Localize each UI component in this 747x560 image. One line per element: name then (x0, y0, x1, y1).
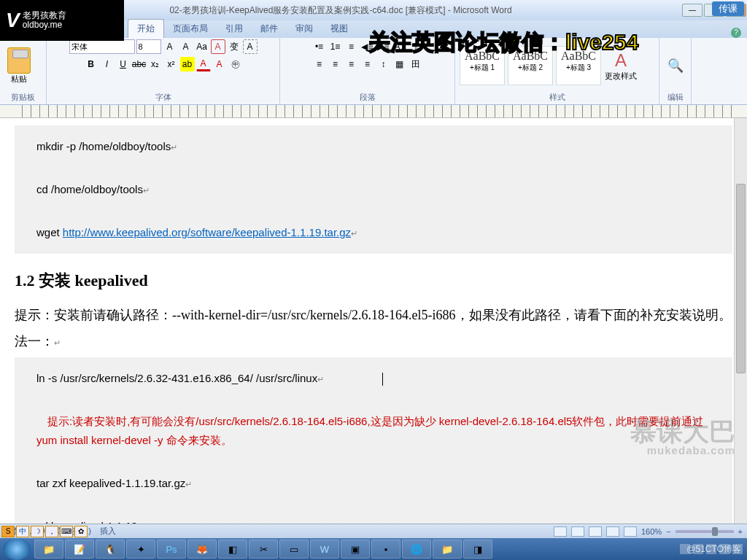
view-draft[interactable] (624, 526, 637, 537)
align-left-button[interactable]: ≡ (312, 57, 327, 71)
bold-button[interactable]: B (84, 57, 98, 71)
font-color-button[interactable]: A (196, 57, 211, 71)
tab-mailings[interactable]: 邮件 (252, 20, 287, 38)
code-block-2: ln -s /usr/src/kernels/2.6.32-431.e16.x8… (15, 357, 732, 525)
tab-layout[interactable]: 页面布局 (164, 20, 217, 38)
group-clipboard-label: 剪贴板 (4, 92, 42, 103)
method-label: 法一：↵ (15, 330, 732, 353)
task-explorer[interactable]: 📁 (34, 540, 63, 559)
font-family-combo[interactable] (69, 39, 135, 54)
zoom-in-button[interactable]: + (738, 527, 743, 536)
title-bar: V 老男孩教育 oldboy.me 02-老男孩培训-KeepAlived服务安… (0, 0, 747, 20)
superscript-button[interactable]: x² (164, 57, 179, 71)
ime-punct-button[interactable]: ， (45, 526, 58, 537)
windows-taskbar: 📁 📝 🐧 ✦ Ps 🦊 ◧ ✂ ▭ W ▣ ▪ 🌐 📁 ◨ (0, 538, 747, 560)
paste-icon[interactable] (7, 47, 31, 74)
align-justify-button[interactable]: ≡ (360, 57, 375, 71)
minimize-button[interactable]: — (682, 4, 703, 17)
task-app3[interactable]: ▭ (279, 540, 309, 559)
watermark: 慕课大巴 mukedaba.com (630, 419, 735, 456)
status-bar: 字数: 4,049 英语(美国) 插入 160% − + (0, 524, 747, 538)
subscript-button[interactable]: x₂ (148, 57, 163, 71)
enclose-char-button[interactable]: ㊥ (228, 57, 243, 71)
task-terminal[interactable]: ▪ (371, 540, 400, 559)
scrollbar-thumb[interactable] (736, 184, 746, 373)
font-size-combo[interactable] (136, 39, 161, 54)
ime-moon-icon[interactable]: ☽ (31, 526, 44, 537)
grow-font-icon[interactable]: A (163, 39, 177, 54)
task-app5[interactable]: ◨ (463, 540, 492, 559)
code-line: wget http://www.keepalived.org/software/… (36, 223, 711, 242)
multilevel-button[interactable]: ≡ (344, 39, 359, 54)
task-photoshop[interactable]: Ps (157, 540, 186, 559)
find-icon[interactable]: 🔍 (667, 58, 684, 74)
code-line: ln -s /usr/src/kernels/2.6.32-431.e16.x8… (36, 369, 711, 388)
task-folder2[interactable]: 📁 (433, 540, 462, 559)
numbering-button[interactable]: 1≡ (328, 39, 343, 54)
shading-button[interactable]: ▦ (392, 57, 407, 71)
vertical-scrollbar[interactable] (734, 118, 747, 525)
bullets-button[interactable]: •≡ (312, 39, 327, 54)
group-font-label: 字体 (51, 92, 275, 103)
task-firefox[interactable]: 🦊 (187, 540, 217, 559)
document-area[interactable]: mkdir -p /home/oldboy/tools↵ cd /home/ol… (0, 118, 747, 525)
zoom-out-button[interactable]: − (666, 527, 670, 536)
task-snip[interactable]: ✂ (249, 540, 278, 559)
group-paragraph-label: 段落 (285, 92, 450, 103)
strike-button[interactable]: abc (132, 57, 147, 71)
task-app4[interactable]: ▣ (341, 540, 370, 559)
change-case-icon[interactable]: Aa (195, 39, 209, 54)
ime-lang-button[interactable]: 中 (16, 526, 29, 537)
task-app[interactable]: ✦ (126, 540, 155, 559)
start-button[interactable] (3, 538, 31, 560)
align-right-button[interactable]: ≡ (344, 57, 359, 71)
change-styles-button[interactable]: 更改样式 (604, 71, 638, 82)
zoom-slider[interactable] (676, 530, 734, 533)
help-icon[interactable]: ? (731, 28, 741, 38)
borders-button[interactable]: 田 (409, 57, 423, 71)
logo-mark: V (6, 9, 20, 32)
overlay-banner: 关注英图论坛微信：live254 (368, 28, 638, 58)
view-outline[interactable] (606, 526, 619, 537)
view-fullscreen[interactable] (571, 526, 584, 537)
view-web-layout[interactable] (589, 526, 602, 537)
phonetic-guide-icon[interactable]: 变 (227, 39, 241, 54)
ime-sogou-icon[interactable]: S (1, 526, 15, 537)
tab-references[interactable]: 引用 (217, 20, 252, 38)
zoom-level[interactable]: 160% (641, 527, 662, 536)
task-word[interactable]: W (310, 540, 339, 559)
tab-review[interactable]: 审阅 (287, 20, 322, 38)
ime-toolbar[interactable]: S 中 ☽ ， ⌨ ✿ (1, 525, 88, 538)
task-notepad[interactable]: 📝 (65, 540, 94, 559)
code-line: cd /home/oldboy/tools↵ (36, 180, 711, 199)
clear-format-icon[interactable]: A (211, 39, 225, 54)
task-chrome[interactable]: 🌐 (402, 540, 431, 559)
task-app2[interactable]: ◧ (218, 540, 247, 559)
underline-button[interactable]: U (116, 57, 131, 71)
char-border-icon[interactable]: A (243, 39, 258, 54)
status-insert-mode[interactable]: 插入 (100, 526, 116, 537)
italic-button[interactable]: I (100, 57, 115, 71)
code-line: mkdir -p /home/oldboy/tools↵ (36, 137, 711, 156)
tab-view[interactable]: 视图 (322, 20, 357, 38)
warning-text: 提示:读者安装时,有可能会没有/usr/src/kernels/2.6.18-1… (36, 412, 711, 449)
section-heading: 1.2 安装 keepalived (15, 267, 732, 294)
ime-keyboard-icon[interactable]: ⌨ (60, 526, 73, 537)
view-print-layout[interactable] (554, 526, 567, 537)
group-styles-label: 样式 (460, 92, 654, 103)
task-qq[interactable]: 🐧 (96, 540, 125, 559)
highlight-button[interactable]: ab (180, 57, 195, 71)
blog-credit: @51CTO博客 (686, 543, 741, 556)
brand-url: oldboy.me (23, 20, 66, 30)
shrink-font-icon[interactable]: A (179, 39, 193, 54)
char-shading-button[interactable]: A (212, 57, 227, 71)
tab-home[interactable]: 开始 (128, 19, 164, 38)
text-cursor (382, 373, 383, 386)
ime-settings-icon[interactable]: ✿ (74, 526, 88, 537)
horizontal-ruler[interactable] (0, 105, 747, 118)
download-link[interactable]: http://www.keepalived.org/software/keepa… (63, 226, 351, 238)
align-center-button[interactable]: ≡ (328, 57, 343, 71)
brand-logo: V 老男孩教育 oldboy.me (0, 0, 124, 41)
paste-button[interactable]: 粘贴 (7, 74, 31, 85)
line-spacing-button[interactable]: ↕ (376, 57, 391, 71)
